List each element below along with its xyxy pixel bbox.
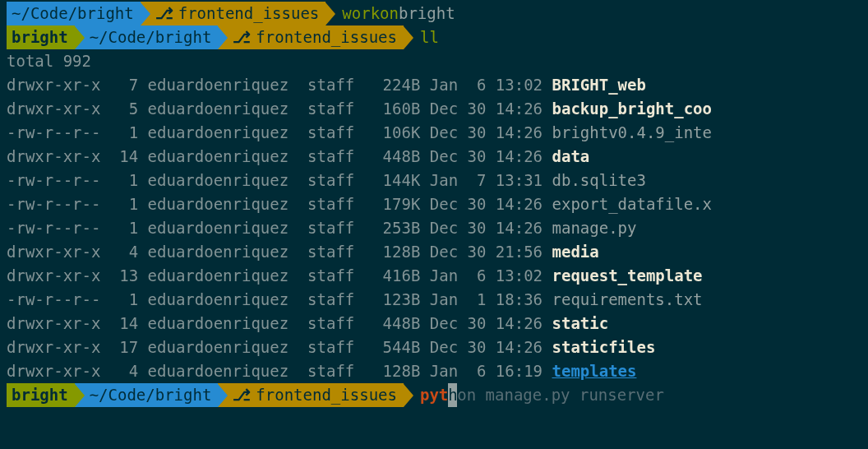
owner: eduardoenriquez: [138, 76, 298, 94]
permissions: -rw-r--r--: [7, 219, 100, 237]
branch-segment: ⎇ frontend_issues: [218, 25, 404, 49]
separator-arrow-icon: [326, 2, 335, 25]
permissions: -rw-r--r--: [7, 171, 100, 189]
file-size: 144K: [364, 171, 421, 189]
file-size: 128B: [364, 362, 421, 380]
permissions: drwxr-xr-x: [7, 338, 100, 356]
command-arg: bright: [399, 2, 455, 25]
date-modified: Dec 30 14:26: [420, 219, 552, 237]
git-branch-icon: ⎇: [233, 383, 251, 407]
owner: eduardoenriquez: [138, 147, 298, 165]
owner: eduardoenriquez: [138, 219, 298, 237]
file-name: backup_bright_coo: [552, 100, 712, 118]
owner: eduardoenriquez: [138, 314, 298, 332]
branch-name: frontend_issues: [256, 383, 397, 407]
date-modified: Dec 30 14:26: [420, 147, 552, 165]
file-name: templates: [552, 362, 637, 380]
separator-arrow-icon: [75, 26, 85, 49]
link-count: 13: [100, 266, 138, 285]
permissions: drwxr-xr-x: [7, 243, 100, 261]
file-name: db.sqlite3: [552, 171, 646, 189]
command-text: ll: [420, 25, 439, 49]
separator-arrow-icon: [218, 26, 228, 49]
file-row: drwxr-xr-x 17 eduardoenriquez staff 544B…: [7, 336, 861, 359]
file-row: drwxr-xr-x 14 eduardoenriquez staff 448B…: [7, 312, 861, 336]
path-segment: ~/Code/bright: [75, 383, 219, 407]
group: staff: [298, 314, 364, 332]
venv-segment: bright: [7, 383, 75, 407]
branch-name: frontend_issues: [178, 2, 320, 25]
autosuggestion: on manage.py runserver: [457, 383, 664, 407]
file-name: export_datafile.x: [552, 195, 712, 213]
group: staff: [298, 219, 364, 237]
file-name: BRIGHT_web: [552, 76, 646, 94]
owner: eduardoenriquez: [138, 171, 298, 189]
group: staff: [298, 171, 364, 189]
separator-arrow-icon: [218, 384, 228, 407]
file-row: drwxr-xr-x 13 eduardoenriquez staff 416B…: [7, 264, 861, 288]
file-size: 544B: [364, 338, 421, 356]
permissions: -rw-r--r--: [7, 290, 100, 308]
permissions: drwxr-xr-x: [7, 362, 100, 380]
file-row: drwxr-xr-x 7 eduardoenriquez staff 224B …: [7, 73, 861, 97]
file-row: -rw-r--r-- 1 eduardoenriquez staff 106K …: [7, 121, 861, 145]
permissions: drwxr-xr-x: [7, 100, 100, 118]
group: staff: [298, 243, 364, 261]
separator-arrow-icon: [404, 384, 413, 407]
group: staff: [298, 76, 364, 94]
file-size: 448B: [364, 147, 421, 165]
file-size: 448B: [364, 314, 421, 332]
prompt-line-2: bright ~/Code/bright ⎇ frontend_issues l…: [7, 25, 861, 49]
file-name: manage.py: [552, 219, 637, 237]
date-modified: Jan 7 13:31: [420, 171, 552, 189]
link-count: 1: [100, 290, 138, 308]
link-count: 14: [100, 314, 138, 332]
group: staff: [298, 290, 364, 308]
group: staff: [298, 338, 364, 356]
path-segment: ~/Code/bright: [7, 2, 141, 25]
group: staff: [298, 147, 364, 165]
cursor-icon: h: [448, 383, 457, 407]
file-size: 128B: [364, 243, 421, 261]
file-name: static: [552, 314, 609, 332]
owner: eduardoenriquez: [138, 195, 298, 213]
owner: eduardoenriquez: [138, 362, 298, 380]
typed-command[interactable]: pyt: [420, 383, 448, 407]
file-size: 416B: [364, 266, 421, 285]
date-modified: Dec 30 14:26: [420, 338, 552, 356]
git-branch-icon: ⎇: [233, 25, 251, 49]
terminal-window[interactable]: ~/Code/bright ⎇ frontend_issues workon b…: [0, 0, 868, 409]
prompt-line-1: ~/Code/bright ⎇ frontend_issues workon b…: [7, 2, 861, 25]
date-modified: Dec 30 14:26: [420, 195, 552, 213]
group: staff: [298, 123, 364, 141]
owner: eduardoenriquez: [138, 123, 298, 141]
file-size: 106K: [364, 123, 421, 141]
owner: eduardoenriquez: [138, 338, 298, 356]
file-name: requirements.txt: [552, 290, 703, 308]
group: staff: [298, 100, 364, 118]
file-listing: drwxr-xr-x 7 eduardoenriquez staff 224B …: [7, 73, 861, 383]
separator-arrow-icon: [75, 384, 85, 407]
link-count: 1: [100, 195, 138, 213]
owner: eduardoenriquez: [138, 100, 298, 118]
link-count: 14: [100, 147, 138, 165]
file-size: 253B: [364, 219, 421, 237]
git-branch-icon: ⎇: [155, 2, 173, 25]
prompt-line-3[interactable]: bright ~/Code/bright ⎇ frontend_issues p…: [7, 383, 861, 407]
link-count: 17: [100, 338, 138, 356]
path-segment: ~/Code/bright: [75, 25, 219, 49]
branch-segment: ⎇ frontend_issues: [141, 2, 326, 25]
owner: eduardoenriquez: [138, 266, 298, 285]
file-size: 123B: [364, 290, 421, 308]
permissions: drwxr-xr-x: [7, 76, 100, 94]
file-size: 224B: [364, 76, 421, 94]
date-modified: Jan 6 16:19: [420, 362, 552, 380]
file-row: -rw-r--r-- 1 eduardoenriquez staff 123B …: [7, 288, 861, 312]
file-name: data: [552, 147, 590, 165]
file-size: 160B: [364, 100, 421, 118]
date-modified: Dec 30 14:26: [420, 100, 552, 118]
link-count: 1: [100, 123, 138, 141]
command-text: workon: [342, 2, 399, 25]
permissions: -rw-r--r--: [7, 123, 100, 141]
date-modified: Jan 6 13:02: [420, 266, 552, 285]
